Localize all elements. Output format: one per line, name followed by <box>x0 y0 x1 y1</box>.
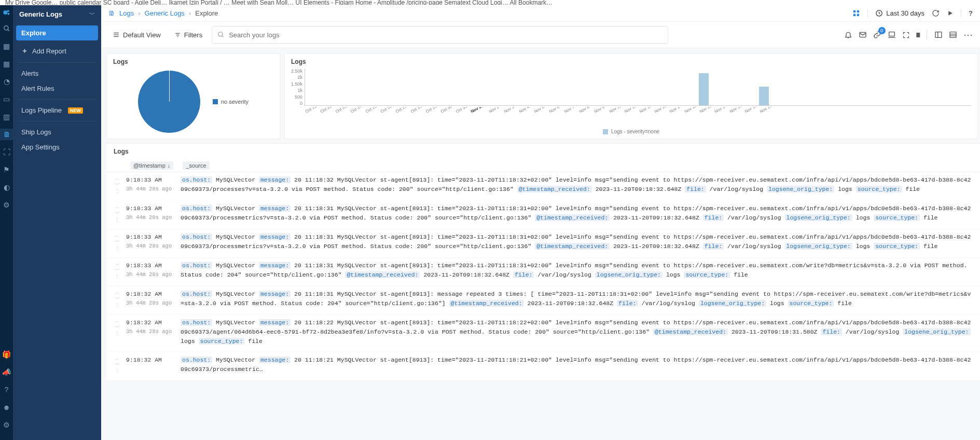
search-icon[interactable] <box>0 23 13 34</box>
sidebar-app-selector[interactable]: Generic Logs ﹀ <box>13 5 101 23</box>
expand-down-icon[interactable]: ﹀ <box>115 363 120 368</box>
breadcrumb-app[interactable]: Generic Logs <box>145 9 185 17</box>
log-row[interactable]: ︿﹀⋮9:18:32 AMos.host: MySQLVector messag… <box>106 352 980 381</box>
expand-down-icon[interactable]: ﹀ <box>115 325 120 331</box>
row-menu-icon[interactable]: ⋮ <box>115 189 120 194</box>
expand-up-icon[interactable]: ︿ <box>115 356 120 362</box>
field-key[interactable]: source_type: <box>684 271 730 278</box>
search-input[interactable] <box>229 31 662 39</box>
rail-icon-9[interactable]: ⚙ <box>0 199 13 211</box>
rail-icon-8[interactable]: ◐ <box>0 182 13 193</box>
field-key[interactable]: source_type: <box>874 243 920 250</box>
bell-icon[interactable] <box>844 31 852 39</box>
field-key[interactable]: source_type: <box>856 186 902 192</box>
field-key[interactable]: source_type: <box>874 214 920 221</box>
field-key[interactable]: os.host: <box>181 233 212 240</box>
sidebar-item-explore[interactable]: Explore <box>16 25 98 40</box>
column-source[interactable]: _source <box>183 161 209 170</box>
play-icon[interactable] <box>947 10 954 17</box>
field-key[interactable]: os.host: <box>181 262 212 269</box>
sidebar-item-alerts[interactable]: Alerts <box>16 66 98 81</box>
field-key[interactable]: @timestamp_received: <box>345 271 420 278</box>
rail-icon-5[interactable]: ▥ <box>0 111 13 122</box>
log-row[interactable]: ︿﹀⋮9:18:33 AM3h 44m 28s agoos.host: MySQ… <box>106 201 980 229</box>
field-key[interactable]: os.host: <box>181 356 212 363</box>
field-key[interactable]: source_type: <box>788 300 834 307</box>
field-key[interactable]: file: <box>513 271 534 278</box>
row-menu-icon[interactable]: ⋮ <box>115 332 120 337</box>
field-key[interactable]: os.host: <box>181 205 212 212</box>
expand-down-icon[interactable]: ﹀ <box>115 297 120 302</box>
link-icon[interactable]: 0 <box>873 31 881 39</box>
expand-down-icon[interactable]: ﹀ <box>115 211 120 216</box>
row-menu-icon[interactable]: ⋮ <box>115 369 120 374</box>
panel-left-icon[interactable] <box>934 31 943 39</box>
more-icon[interactable]: ⋯ <box>963 33 973 37</box>
mail-icon[interactable] <box>859 31 867 39</box>
field-key[interactable]: logsene_orig_type: <box>785 214 852 221</box>
field-key[interactable]: logsene_orig_type: <box>903 328 970 335</box>
user-rail-icon[interactable]: ☻ <box>0 402 13 413</box>
rail-icon-4[interactable]: ▭ <box>0 93 13 105</box>
rail-icon-7[interactable]: ⚑ <box>0 164 13 175</box>
field-key[interactable]: source_type: <box>199 338 245 345</box>
sidebar-item-app-settings[interactable]: App Settings <box>16 140 98 155</box>
field-key[interactable]: file: <box>617 300 638 307</box>
app-logo[interactable] <box>3 8 11 17</box>
expand-down-icon[interactable]: ﹀ <box>115 268 120 273</box>
table-icon[interactable] <box>949 31 957 39</box>
field-key[interactable]: message: <box>259 319 291 326</box>
expand-up-icon[interactable]: ︿ <box>115 291 120 296</box>
field-key[interactable]: file: <box>703 214 724 221</box>
sidebar-item-logs-pipeline[interactable]: Logs Pipeline NEW <box>16 103 98 118</box>
sidebar-item-ship-logs[interactable]: Ship Logs <box>16 125 98 140</box>
fullscreen-icon[interactable] <box>902 31 910 39</box>
row-menu-icon[interactable]: ⋮ <box>115 274 120 280</box>
sidebar-item-alert-rules[interactable]: Alert Rules <box>16 81 98 96</box>
field-key[interactable]: message: <box>259 176 291 183</box>
rail-icon-3[interactable]: ◔ <box>0 76 13 87</box>
default-view-button[interactable]: Default View <box>108 28 165 42</box>
field-key[interactable]: file: <box>685 186 706 192</box>
logs-rail-icon[interactable]: 🗎 <box>0 129 13 140</box>
field-key[interactable]: logsene_orig_type: <box>595 271 662 278</box>
expand-up-icon[interactable]: ︿ <box>115 262 120 267</box>
field-key[interactable]: logsene_orig_type: <box>785 243 852 250</box>
timerange-picker[interactable]: Last 30 days <box>867 9 924 17</box>
log-row[interactable]: ︿﹀⋮9:18:33 AM3h 44m 28s agoos.host: MySQ… <box>106 172 980 201</box>
settings-rail-icon[interactable]: ⚙ <box>0 419 13 431</box>
sidebar-item-add-report[interactable]: ＋ Add Report <box>16 43 98 59</box>
histogram-bar[interactable] <box>759 87 769 105</box>
pie-chart[interactable] <box>138 71 200 133</box>
field-key[interactable]: @timestamp_received: <box>517 186 592 192</box>
download-icon[interactable] <box>888 31 896 39</box>
field-key[interactable]: os.host: <box>181 291 212 297</box>
histogram-bars[interactable] <box>305 68 971 106</box>
pie-legend[interactable]: no severity <box>213 99 249 105</box>
log-row[interactable]: ︿﹀⋮9:18:32 AM3h 44m 28s agoos.host: MySQ… <box>106 315 980 352</box>
expand-up-icon[interactable]: ︿ <box>115 233 120 239</box>
field-key[interactable]: os.host: <box>181 176 212 183</box>
breadcrumb-logs[interactable]: Logs <box>119 9 134 17</box>
field-key[interactable]: file: <box>821 328 842 335</box>
row-menu-icon[interactable]: ⋮ <box>115 303 120 308</box>
field-key[interactable]: message: <box>259 233 291 240</box>
field-key[interactable]: @timestamp_received: <box>535 214 610 221</box>
announce-icon[interactable]: 📣 <box>0 366 13 378</box>
field-key[interactable]: logsene_orig_type: <box>767 186 834 192</box>
field-key[interactable]: @timestamp_received: <box>449 300 524 307</box>
field-key[interactable]: @timestamp_received: <box>653 328 728 335</box>
row-menu-icon[interactable]: ⋮ <box>115 246 120 251</box>
expand-up-icon[interactable]: ︿ <box>115 176 120 182</box>
field-key[interactable]: @timestamp_received: <box>535 243 610 250</box>
field-key[interactable]: message: <box>259 356 291 363</box>
log-row[interactable]: ︿﹀⋮9:18:32 AM3h 44m 28s agoos.host: MySQ… <box>106 286 980 315</box>
row-menu-icon[interactable]: ⋮ <box>115 217 120 223</box>
column-timestamp[interactable]: @timestamp ↓ <box>130 161 173 170</box>
histogram-legend[interactable]: Logs - severity=none <box>291 129 971 134</box>
field-key[interactable]: logsene_orig_type: <box>699 300 766 307</box>
field-key[interactable]: message: <box>259 291 291 297</box>
rail-icon-6[interactable]: ⛶ <box>0 146 13 158</box>
columns-icon[interactable]: IIII <box>916 31 919 39</box>
field-key[interactable]: message: <box>259 262 291 269</box>
